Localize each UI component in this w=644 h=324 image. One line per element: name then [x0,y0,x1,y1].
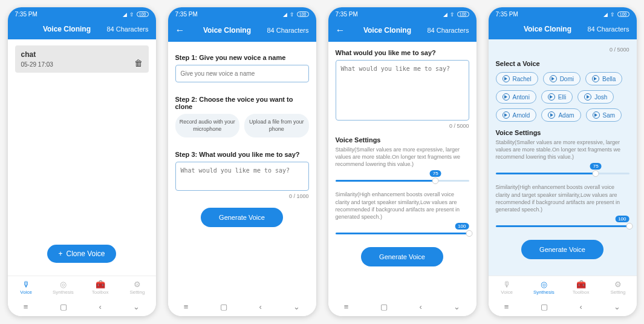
status-bar: 7:35 PM ◢ ⇧ 100 [8,7,156,20]
signal-icon: ◢ [443,12,447,18]
nav-voice[interactable]: 🎙Voice [8,276,45,299]
voice-settings-title: Voice Settings [336,136,469,144]
content-area: What would you like me to say? 0 / 5000 … [328,42,476,299]
nav-toolbox[interactable]: 🧰Toolbox [562,276,599,299]
sys-back-icon[interactable]: ‹ [579,302,582,311]
sys-home-icon[interactable]: ▢ [541,302,548,311]
voice-chip-label: Sam [603,112,616,119]
stability-slider[interactable]: 75 [496,163,629,179]
header-title: Voice Cloning [187,26,267,35]
upload-file-button[interactable]: Upload a file from your phone [244,114,309,137]
content-area: Step 1: Give you new voice a name Step 2… [168,42,316,299]
voice-chip-bella[interactable]: Bella [585,72,622,85]
phone-screen-1: 7:35 PM ◢ ⇧ 100 Voice Cloning 84 Charact… [8,7,156,316]
record-audio-button[interactable]: Record audio with your microphone [175,114,240,137]
synthesis-icon: ◎ [45,280,82,289]
sys-back-icon[interactable]: ‹ [259,302,261,311]
sys-menu-icon[interactable]: ≡ [344,302,349,311]
char-counter: 0 / 1000 [175,193,309,199]
back-button[interactable]: ← [175,25,187,36]
sys-menu-icon[interactable]: ≡ [504,302,509,311]
sys-recent-icon[interactable]: ⌄ [454,302,460,311]
status-bar: 7:35 PM ◢ ⇧ 100 [328,7,476,20]
wifi-icon: ⇧ [290,12,294,18]
status-time: 7:35 PM [15,11,37,18]
voice-chip-josh[interactable]: Josh [577,90,614,104]
sys-back-icon[interactable]: ‹ [419,302,421,311]
header-chars[interactable]: 84 Characters [427,27,469,34]
sys-menu-icon[interactable]: ≡ [184,302,189,311]
sys-menu-icon[interactable]: ≡ [24,302,28,311]
voice-chip-arnold[interactable]: Arnold [496,108,537,122]
voice-chip-label: Bella [602,76,616,82]
play-icon [503,111,510,119]
nav-synthesis[interactable]: ◎Synthesis [525,276,562,299]
sys-home-icon[interactable]: ▢ [380,302,388,311]
generate-voice-button[interactable]: Generate Voice [361,247,443,266]
say-text-input[interactable] [336,60,469,121]
generate-voice-button[interactable]: Generate Voice [521,240,603,259]
say-text-input[interactable] [175,162,309,191]
play-icon [584,93,591,101]
step1-label: Step 1: Give you new voice a name [175,54,309,61]
status-icons: ◢ ⇧ 100 [603,12,629,18]
voice-list-item[interactable]: chat 05-29 17:03 🗑 [15,45,149,73]
voice-chip-elli[interactable]: Elli [541,90,573,104]
voice-chip-label: Elli [558,94,566,101]
sys-home-icon[interactable]: ▢ [60,302,67,311]
signal-icon: ◢ [283,12,287,18]
status-time: 7:35 PM [175,11,198,18]
similarity-desc: Similarity(High enhancement boosts overa… [496,183,629,213]
app-header: Voice Cloning 84 Characters [8,20,156,39]
nav-synthesis[interactable]: ◎Synthesis [45,276,82,299]
app-header: ← Voice Cloning 84 Characters [328,20,476,42]
system-nav: ≡ ▢ ‹ ⌄ [328,299,476,316]
voice-name-input[interactable] [175,65,309,82]
status-icons: ◢ ⇧ 100 [123,12,149,18]
voice-chip-rachel[interactable]: Rachel [496,72,538,85]
nav-setting[interactable]: ⚙Setting [599,276,636,299]
nav-toolbox[interactable]: 🧰Toolbox [82,276,119,299]
sys-home-icon[interactable]: ▢ [220,302,227,311]
nav-setting[interactable]: ⚙Setting [119,276,155,299]
header-chars[interactable]: 84 Characters [267,27,308,34]
stability-value: 75 [430,170,441,177]
voice-chip-label: Josh [594,94,607,101]
stability-slider[interactable]: 75 [336,170,469,186]
status-bar: 7:35 PM ◢ ⇧ 100 [489,7,637,20]
voice-chip-domi[interactable]: Domi [543,72,581,85]
header-title: Voice Cloning [508,25,588,33]
voice-chip-label: Antoni [513,94,530,101]
step2-label: Step 2: Choose the voice you want to clo… [175,96,309,110]
clone-voice-button[interactable]: + Clone Voice [47,245,115,263]
header-title: Voice Cloning [348,26,428,35]
generate-voice-button[interactable]: Generate Voice [201,208,283,227]
synthesis-icon: ◎ [525,280,562,289]
play-icon [548,111,555,119]
similarity-slider[interactable]: 100 [496,216,629,231]
nav-voice[interactable]: 🎙Voice [489,276,525,299]
back-button[interactable]: ← [336,25,348,36]
step3-label: Step 3: What would you like me to say? [175,151,309,158]
header-chars[interactable]: 84 Characters [106,25,148,33]
char-counter: 0 / 5000 [336,123,469,129]
phone-screen-3: 7:35 PM ◢ ⇧ 100 ← Voice Cloning 84 Chara… [328,7,476,316]
voice-chip-antoni[interactable]: Antoni [496,90,536,104]
similarity-slider[interactable]: 100 [336,223,469,239]
plus-icon: + [58,250,62,258]
voice-chip-label: Arnold [513,112,530,119]
sys-back-icon[interactable]: ‹ [99,302,101,311]
voice-name: chat [21,50,143,59]
clone-voice-wrap: + Clone Voice [8,245,156,263]
delete-icon[interactable]: 🗑 [134,58,143,68]
voice-chip-sam[interactable]: Sam [586,108,622,122]
sys-recent-icon[interactable]: ⌄ [293,302,300,311]
sys-recent-icon[interactable]: ⌄ [614,302,620,311]
sys-recent-icon[interactable]: ⌄ [133,302,140,311]
voice-chip-adam[interactable]: Adam [541,108,581,122]
status-icons: ◢ ⇧ 100 [283,12,309,18]
play-icon [503,93,510,101]
similarity-value: 100 [455,223,469,230]
header-chars[interactable]: 84 Characters [587,25,629,33]
voice-chip-label: Domi [560,76,574,82]
